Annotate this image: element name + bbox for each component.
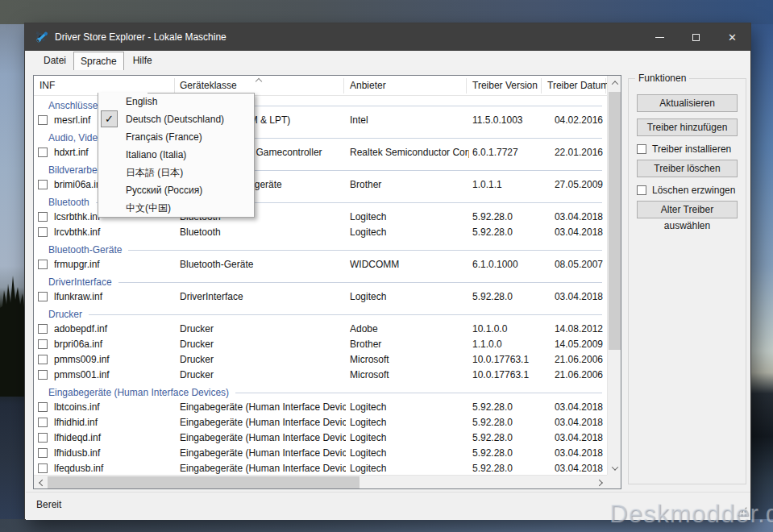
row-checkbox[interactable] <box>38 227 48 237</box>
row-checkbox[interactable] <box>38 260 48 269</box>
cell-date: 03.04.2018 <box>555 432 603 443</box>
l-schen-erzwingen-checkbox[interactable]: Löschen erzwingen <box>637 184 735 197</box>
cell-version: 5.92.28.0 <box>472 401 538 413</box>
cell-provider: Logitech <box>350 447 469 459</box>
cell-inf: adobepdf.inf <box>54 323 175 335</box>
cell-inf: lbtcoins.inf <box>54 401 175 413</box>
group-line <box>128 250 602 251</box>
table-row[interactable]: lrcvbthk.infBluetoothLogitech5.92.28.003… <box>34 225 607 240</box>
cell-inf: lfhidhid.inf <box>54 417 175 428</box>
table-row[interactable]: brpri06a.infDruckerBrother1.1.0.014.05.2… <box>34 337 607 352</box>
row-checkbox[interactable] <box>38 148 48 157</box>
cell-provider: Intel <box>350 114 469 126</box>
row-checkbox[interactable] <box>38 115 48 125</box>
scroll-up-icon <box>611 81 617 87</box>
cell-version: 5.92.28.0 <box>472 211 538 222</box>
table-row[interactable]: adobepdf.infDruckerAdobe10.1.0.014.08.20… <box>34 322 607 337</box>
column-header-2[interactable]: Anbieter <box>350 80 386 91</box>
row-checkbox[interactable] <box>38 212 48 222</box>
table-row[interactable]: lfhidhid.infEingabegeräte (Human Interfa… <box>34 415 607 430</box>
cell-date: 04.02.2016 <box>555 114 603 126</box>
row-checkbox[interactable] <box>38 339 48 349</box>
scroll-left-button[interactable] <box>34 476 48 489</box>
cell-date: 03.04.2018 <box>555 463 603 474</box>
cell-date: 03.04.2018 <box>555 417 603 428</box>
cell-provider: WIDCOMM <box>350 259 469 270</box>
cell-version: 10.0.17763.1 <box>472 354 538 365</box>
column-header-4[interactable]: Treiber Datum <box>547 80 609 91</box>
menubar-item-datei[interactable]: Datei <box>36 52 73 70</box>
cell-version: 11.5.0.1003 <box>472 114 538 126</box>
language-menu-item[interactable]: 中文(中国) <box>98 199 254 217</box>
row-checkbox[interactable] <box>38 292 48 301</box>
cell-provider: Logitech <box>350 432 469 443</box>
menubar-item-hilfe[interactable]: Hilfe <box>124 52 161 70</box>
desktop-wallpaper-left <box>0 0 26 532</box>
titlebar[interactable]: Driver Store Explorer - Lokale Maschine … <box>25 23 750 51</box>
cell-date: 14.08.2012 <box>555 323 603 335</box>
table-row[interactable]: pmms009.infDruckerMicrosoft10.0.17763.12… <box>34 352 607 368</box>
checkbox-box[interactable] <box>637 185 646 195</box>
treiber-installieren-checkbox[interactable]: Treiber installieren <box>637 143 731 156</box>
cell-version: 5.92.28.0 <box>472 227 538 238</box>
group-title: Eingabegeräte (Human Interface Devices) <box>48 387 229 398</box>
status-text: Bereit <box>36 499 61 510</box>
maximize-button[interactable] <box>678 23 714 51</box>
language-menu-item[interactable]: 日本語 (日本) <box>98 164 254 181</box>
vertical-scrollbar[interactable] <box>607 76 621 475</box>
row-checkbox[interactable] <box>38 418 48 427</box>
horizontal-scrollbar[interactable] <box>34 475 607 488</box>
column-header-3[interactable]: Treiber Version <box>472 80 538 91</box>
cell-version: 6.1.0.1000 <box>472 259 538 270</box>
row-checkbox[interactable] <box>38 324 48 334</box>
row-checkbox[interactable] <box>38 448 48 458</box>
row-checkbox[interactable] <box>38 355 48 364</box>
minimize-button[interactable] <box>642 23 678 51</box>
row-checkbox[interactable] <box>38 463 48 473</box>
table-row[interactable]: pmms001.infDruckerMicrosoft10.0.17763.12… <box>34 368 607 383</box>
scroll-up-button[interactable] <box>608 76 621 89</box>
cell-date: 03.04.2018 <box>555 291 603 302</box>
table-row[interactable]: frmupgr.infBluetooth-GeräteWIDCOMM6.1.0.… <box>34 257 607 272</box>
column-header-0[interactable]: INF <box>39 80 55 91</box>
group-line <box>89 314 602 315</box>
menubar-item-sprache[interactable]: Sprache <box>73 52 124 70</box>
checkbox-box[interactable] <box>637 144 646 154</box>
cell-provider: Realtek Semiconductor Corp. <box>350 147 469 158</box>
cell-version: 1.1.0.0 <box>472 339 538 350</box>
vertical-scroll-thumb[interactable] <box>609 92 621 350</box>
table-row[interactable]: lfeqdusb.infEingabegeräte (Human Interfa… <box>34 461 607 475</box>
cell-date: 21.06.2006 <box>555 369 603 380</box>
cell-inf: brpri06a.inf <box>54 339 175 350</box>
sort-ascending-icon <box>256 78 262 85</box>
close-button[interactable]: ✕ <box>714 23 750 51</box>
cell-date: 27.05.2009 <box>555 179 603 190</box>
row-checkbox[interactable] <box>38 402 48 412</box>
header-separator <box>174 78 175 94</box>
table-row[interactable]: lfhideqd.infEingabegeräte (Human Interfa… <box>34 430 607 446</box>
column-header-1[interactable]: Geräteklasse <box>180 80 237 91</box>
cell-inf: lfeqdusb.inf <box>54 463 175 474</box>
treiber-l-schen-button[interactable]: Treiber löschen <box>637 160 738 177</box>
scroll-down-icon <box>611 463 617 470</box>
row-checkbox[interactable] <box>38 180 48 189</box>
row-checkbox[interactable] <box>38 370 48 380</box>
scroll-down-button[interactable] <box>608 461 621 475</box>
language-menu-item[interactable]: ✓Deutsch (Deutschland) <box>98 110 254 128</box>
language-menu-item[interactable]: Русский (Россия) <box>98 181 254 199</box>
language-menu-item[interactable]: Français (France) <box>98 128 254 146</box>
horizontal-scroll-thumb[interactable] <box>48 476 359 488</box>
table-row[interactable]: lfhidusb.infEingabegeräte (Human Interfa… <box>34 446 607 461</box>
aktualisieren-button[interactable]: Aktualisieren <box>637 94 738 112</box>
alter-treiber-ausw-hlen-button[interactable]: Alter Treiber auswählen <box>637 201 738 218</box>
cell-provider: Microsoft <box>350 369 469 380</box>
panel-title: Funktionen <box>635 73 689 84</box>
row-checkbox[interactable] <box>38 433 48 443</box>
table-row[interactable]: lbtcoins.infEingabegeräte (Human Interfa… <box>34 400 607 415</box>
table-row[interactable]: lfunkraw.infDriverInterfaceLogitech5.92.… <box>34 289 607 305</box>
language-menu-item[interactable]: Italiano (Italia) <box>98 146 254 164</box>
cell-inf: lrcvbthk.inf <box>54 227 175 238</box>
scroll-right-button[interactable] <box>593 476 607 489</box>
treiber-hinzuf-gen-button[interactable]: Treiber hinzufügen <box>637 118 738 136</box>
language-menu-item[interactable]: English <box>98 93 254 110</box>
